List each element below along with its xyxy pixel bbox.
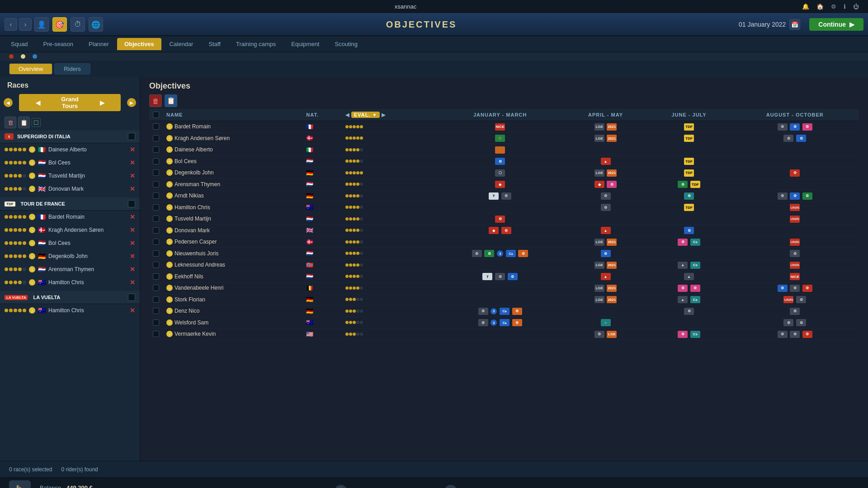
remove-rider-button[interactable]: ✕ [130,226,135,234]
tab-squad[interactable]: Squad [4,38,35,50]
race-badge: ⚙ [802,331,812,338]
add-objective-button[interactable]: 📋 [165,94,177,107]
row-checkbox[interactable] [153,319,159,326]
row-checkbox[interactable] [153,216,159,222]
th-name: NAME [163,109,302,121]
race-badge: ⚙ [778,192,788,200]
row-checkbox[interactable] [153,146,159,153]
tab-objectives[interactable]: Objectives [117,38,161,50]
row-checkbox[interactable] [153,239,159,245]
nav-forward-button[interactable]: › [19,18,32,31]
bell-icon[interactable]: 🔔 [802,3,809,10]
race-badge: ⚙ [790,169,800,177]
rider-flag: 🇫🇷 [38,213,46,221]
tab-calendar[interactable]: Calendar [162,38,201,50]
riders-button[interactable]: Riders [54,63,90,75]
row-checkbox[interactable] [153,308,159,314]
priority-dot: ● [29,160,35,166]
next-category-icon[interactable]: ▶ [127,98,136,107]
supergiro-checkbox[interactable] [128,133,135,140]
row-checkbox[interactable] [153,135,159,141]
nav-back-button[interactable]: ‹ [5,18,17,31]
power-icon[interactable]: ⏻ [853,3,859,10]
race-badge: ⚙ [802,192,812,200]
row-checkbox[interactable] [153,123,159,130]
nav-icon-clock[interactable]: ⏱ [71,17,85,32]
num-badge: 3 [497,250,503,257]
remove-rider-button[interactable]: ✕ [130,239,135,247]
tab-scouting[interactable]: Scouting [327,38,365,50]
row-checkbox[interactable] [153,262,159,268]
nav-icon-globe[interactable]: 🌐 [89,17,103,32]
check-race-button[interactable]: ☐ [32,118,41,127]
tab-training-camps[interactable]: Training camps [229,38,283,50]
rider-name: Denz Nico [175,308,199,314]
row-checkbox[interactable] [153,273,159,280]
tab-equipment[interactable]: Equipment [284,38,326,50]
row-checkbox[interactable] [153,296,159,303]
remove-rider-button[interactable]: ✕ [130,279,135,286]
category-left-arrow[interactable]: ◀ [23,99,53,106]
rider-flag: 🇮🇹 [306,146,313,153]
row-checkbox[interactable] [153,331,159,337]
remove-rider-button[interactable]: ✕ [130,185,135,192]
row-checkbox[interactable] [153,285,159,291]
race-badge: ⚙ [601,204,611,211]
eval-dropdown-icon[interactable]: ▼ [372,113,377,117]
row-checkbox[interactable] [153,169,159,176]
nav-icon-squad[interactable]: 👤 [34,17,49,32]
tdf-checkbox[interactable] [128,200,135,207]
eval-next-icon[interactable]: ▶ [382,112,386,118]
prev-category-icon[interactable]: ◀ [4,98,13,107]
eval-dots [345,171,433,174]
remove-rider-button[interactable]: ✕ [130,307,135,314]
category-right-arrow[interactable]: ▶ [87,99,117,106]
race-badge: NICE [495,123,505,131]
race-header-tdf[interactable]: TDF TOUR DE FRANCE [0,197,140,211]
race-category-selector[interactable]: ◀ Grand Tours ▶ [19,94,121,111]
remove-rider-button[interactable]: ✕ [130,253,135,260]
table-row: ● Donovan Mark 🇬🇧 ◆ ⚙ [149,225,859,236]
row-checkbox[interactable] [153,158,159,164]
race-badge: ⚙ [796,296,806,303]
row-checkbox[interactable] [153,227,159,234]
tab-staff[interactable]: Staff [201,38,228,50]
row-checkbox[interactable] [153,250,159,257]
remove-rider-button[interactable]: ✕ [130,172,135,179]
remove-rider-button[interactable]: ✕ [130,146,135,153]
race-header-vuelta[interactable]: LA VUELTA LA VUELTA [0,291,140,304]
eval-badge[interactable]: Eval. ▼ [351,112,380,118]
num-badge: 3 [491,308,497,314]
priority-dot: ● [166,146,173,153]
priority-dot: ● [29,227,35,233]
overview-button[interactable]: Overview [9,63,52,75]
home-icon[interactable]: 🏠 [816,3,824,10]
info-icon[interactable]: ℹ [844,3,846,10]
remove-rider-button[interactable]: ✕ [130,213,135,221]
delete-objective-button[interactable]: 🗑 [149,94,162,107]
row-checkbox[interactable] [153,204,159,211]
rider-name: Kragh Andersen Søren [175,135,230,141]
remove-rider-button[interactable]: ✕ [130,159,135,166]
race-badge: ⚙ [501,192,511,200]
continue-button[interactable]: Continue ▶ [809,18,863,31]
add-race-button[interactable]: 📋 [18,117,30,128]
races-panel: Races ◀ ◀ Grand Tours ▶ ▶ 🗑 📋 ☐ S SUPERG… [0,77,140,461]
race-badge: ⚙ [594,331,604,338]
tab-preseason[interactable]: Pre-season [36,38,80,50]
tab-planner[interactable]: Planner [81,38,116,50]
vuelta-checkbox[interactable] [128,294,135,301]
race-header-supergiro[interactable]: S SUPERGIRO DI ITALIA [0,130,140,143]
row-checkbox[interactable] [153,192,159,199]
calendar-icon[interactable]: 📅 [789,19,800,30]
remove-rider-button[interactable]: ✕ [130,266,135,273]
settings-icon[interactable]: ⚙ [831,3,836,10]
delete-race-button[interactable]: 🗑 [5,117,16,128]
select-all-checkbox[interactable] [153,112,159,118]
race-badge: 2021 [607,135,617,142]
row-checkbox[interactable] [153,181,159,188]
eval-prev-icon[interactable]: ◀ [345,112,349,118]
nav-icon-objectives[interactable]: 🎯 [52,17,67,32]
list-item: ● 🇳🇱 Bol Cees ✕ [0,156,140,169]
top-bar-icons: 🔔 🏠 ⚙ ℹ ⏻ [802,3,859,10]
